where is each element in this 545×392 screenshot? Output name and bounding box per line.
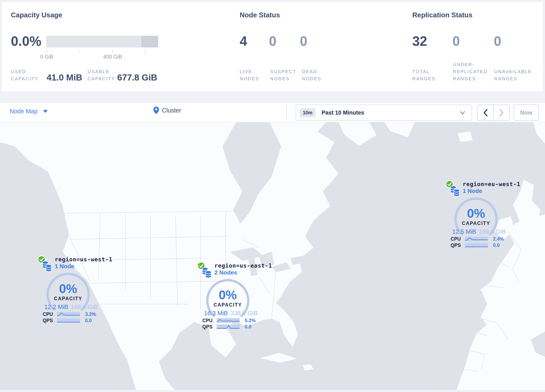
node-count-label: 2 Nodes (214, 269, 272, 276)
cluster-overview-page: Capacity Usage 0.0% 0 GiB 400 GiB USED C… (0, 0, 545, 392)
cpu-value: 3.2% (85, 311, 96, 317)
qps-sparkline (465, 243, 488, 248)
usable-value: 169.4 GiB (479, 228, 506, 235)
dead-nodes-label: DEAD (302, 69, 317, 74)
time-prev-button[interactable] (477, 105, 494, 120)
dead-nodes-value: 0 (300, 34, 307, 49)
total-ranges-label: TOTAL (412, 69, 430, 74)
chevron-down-icon (43, 110, 48, 113)
usable-value: 169.4 GiB (71, 304, 98, 310)
unavailable-ranges-label: UNAVAILABLE (494, 69, 532, 74)
node-marker-eu-west-1[interactable]: region=eu-west-1 1 Node 0% CAPACITY 12.5… (430, 177, 522, 250)
view-selector-dropdown[interactable]: Node Map (10, 108, 48, 115)
capacity-values: 12.5 MiB 169.4 GiB (452, 228, 506, 235)
capacity-label: CAPACITY (45, 296, 91, 301)
capacity-usage-bar (46, 36, 158, 47)
total-ranges-label2: RANGES (412, 76, 435, 81)
axis-tick (112, 50, 113, 53)
used-value: 16.3 MiB (204, 310, 228, 317)
time-range-selector[interactable]: 10m Past 10 Minutes (296, 105, 472, 121)
qps-value: 0.0 (85, 318, 92, 324)
cpu-label: CPU (194, 318, 212, 324)
capacity-percent: 0% (205, 288, 251, 302)
map-toolbar: Node Map Cluster 10m Past 10 Minutes (0, 103, 545, 122)
usable-capacity-label-line1: USABLE (87, 69, 110, 74)
under-replicated-label1: REPLICATED (453, 69, 488, 74)
live-nodes-value: 4 (240, 34, 247, 49)
qps-label: QPS (194, 324, 212, 330)
capacity-values: 12.2 MiB 169.4 GiB (44, 304, 98, 310)
node-marker-us-west-1[interactable]: region=us-west-1 1 Node 0% CAPACITY 12.2… (22, 253, 114, 326)
axis-tick-label: 0 GiB (40, 54, 54, 60)
qps-label: QPS (34, 318, 53, 324)
chevron-left-icon (483, 109, 488, 117)
under-replicated-label0: UNDER- (453, 62, 475, 67)
qps-value: 0.0 (493, 243, 500, 248)
suspect-nodes-label: SUSPECT (270, 69, 296, 74)
chevron-down-icon (460, 111, 465, 115)
region-label: region=eu-west-1 (463, 181, 520, 187)
region-label: region=us-east-1 (214, 262, 272, 269)
axis-tick (47, 50, 47, 53)
axis-tick-label: 400 GiB (103, 54, 122, 60)
qps-label: QPS (442, 243, 461, 248)
time-range-badge: 10m (300, 108, 315, 117)
database-stack-icon (42, 261, 53, 272)
dead-nodes-label2: NODES (302, 76, 321, 81)
cpu-label: CPU (34, 311, 53, 317)
capacity-used-percent: 0.0% (11, 34, 41, 49)
marker-labels: region=us-east-1 2 Nodes (214, 262, 272, 276)
capacity-percent: 0% (453, 206, 499, 220)
breadcrumb-label: Cluster (162, 107, 181, 114)
capacity-label: CAPACITY (453, 221, 499, 226)
node-count-label: 1 Node (55, 263, 112, 270)
usable-capacity-label-line2: CAPACITY (87, 76, 115, 81)
breadcrumb[interactable]: Cluster (153, 107, 181, 114)
marker-labels: region=eu-west-1 1 Node (463, 181, 520, 195)
suspect-nodes-value: 0 (269, 34, 277, 49)
axis-tick (79, 50, 80, 53)
database-stack-icon (450, 185, 461, 197)
qps-sparkline (57, 318, 80, 323)
under-replicated-label2: RANGES (453, 76, 476, 81)
usable-value: 338.9 GiB (230, 310, 257, 317)
usable-capacity-value: 677.8 GiB (117, 73, 157, 83)
cpu-sparkline (465, 237, 488, 241)
time-next-button[interactable] (494, 105, 510, 120)
used-capacity-label-line1: USED (11, 69, 26, 74)
capacity-usage-bar-nonusable (142, 36, 158, 47)
map-pin-icon (153, 107, 159, 114)
time-range-label: Past 10 Minutes (322, 110, 364, 116)
total-ranges-value: 32 (412, 34, 427, 49)
suspect-nodes-label2: NODES (270, 76, 290, 81)
unavailable-ranges-label2: RANGES (494, 76, 517, 81)
cluster-summary-card: Capacity Usage 0.0% 0 GiB 400 GiB USED C… (2, 2, 543, 92)
marker-labels: region=us-west-1 1 Node (55, 256, 112, 270)
view-selector-label: Node Map (10, 108, 38, 115)
now-button[interactable]: Now (514, 105, 539, 121)
used-capacity-value: 41.0 MiB (47, 73, 82, 83)
capacity-values: 16.3 MiB 338.9 GiB (204, 310, 257, 317)
qps-sparkline (217, 324, 240, 329)
capacity-percent: 0% (45, 282, 91, 296)
axis-tick (145, 50, 146, 53)
used-value: 12.5 MiB (452, 228, 476, 235)
used-value: 12.2 MiB (44, 304, 68, 310)
node-marker-us-east-1[interactable]: region=us-east-1 2 Nodes 0% CAPACITY 16.… (182, 259, 274, 332)
node-status-title: Node Status (240, 11, 280, 19)
replication-status-title: Replication Status (412, 11, 472, 19)
cpu-sparkline (217, 318, 240, 323)
database-stack-icon (201, 267, 212, 279)
cpu-label: CPU (442, 236, 461, 242)
region-label: region=us-west-1 (55, 256, 112, 263)
cpu-value: 2.4% (493, 236, 504, 242)
now-button-label: Now (520, 109, 532, 116)
live-nodes-label2: NODES (240, 76, 259, 81)
cpu-value: 5.2% (245, 318, 256, 324)
chevron-right-icon (499, 109, 504, 117)
cpu-sparkline (57, 312, 80, 317)
toolbar-divider (286, 105, 287, 120)
capacity-usage-title: Capacity Usage (11, 11, 62, 19)
used-capacity-label-line2: CAPACITY (11, 76, 38, 81)
unavailable-ranges-value: 0 (494, 34, 501, 49)
